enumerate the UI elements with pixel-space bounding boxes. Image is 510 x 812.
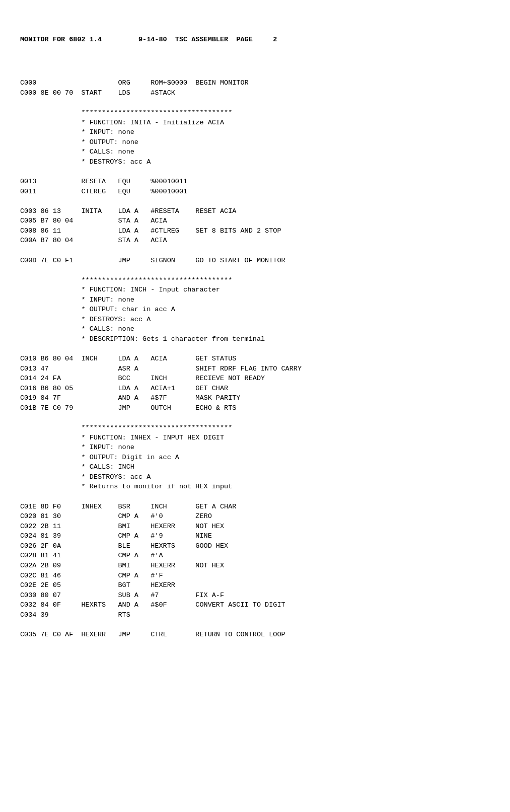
listing-line: * INPUT: none xyxy=(20,127,490,137)
listing-line: C028 81 41 CMP A #'A xyxy=(20,551,490,561)
listing-line: * DESCRIPTION: Gets 1 character from ter… xyxy=(20,334,490,344)
listing-line: C003 86 13 INITA LDA A #RESETA RESET ACI… xyxy=(20,206,490,216)
listing-line: * DESTROYS: acc A xyxy=(20,157,490,167)
listing-line: C022 2B 11 BMI HEXERR NOT HEX xyxy=(20,522,490,532)
listing-line: C02A 2B 09 BMI HEXERR NOT HEX xyxy=(20,561,490,571)
listing-line: C020 81 30 CMP A #'0 ZERO xyxy=(20,511,490,522)
listing-body: C000 ORG ROM+$0000 BEGIN MONITORC000 8E … xyxy=(20,68,490,640)
listing-line xyxy=(20,492,490,502)
listing-line: C00D 7E C0 F1 JMP SIGNON GO TO START OF … xyxy=(20,256,490,266)
listing-line: C032 84 0F HEXRTS AND A #$0F CONVERT ASC… xyxy=(20,600,490,610)
listing-line: C035 7E C0 AF HEXERR JMP CTRL RETURN TO … xyxy=(20,630,490,640)
listing-line xyxy=(20,344,490,354)
listing-line: C01E 8D F0 INHEX BSR INCH GET A CHAR xyxy=(20,502,490,512)
listing-line: 0013 RESETA EQU %00010011 xyxy=(20,177,490,187)
listing-line: C034 39 RTS xyxy=(20,610,490,620)
assembler-listing: MONITOR FOR 6802 1.4 9-14-80 TSC ASSEMBL… xyxy=(20,15,490,649)
listing-line: * DESTROYS: acc A xyxy=(20,315,490,325)
listing-line: * OUTPUT: none xyxy=(20,137,490,147)
listing-line: * FUNCTION: INITA - Initialize ACIA xyxy=(20,118,490,128)
listing-line xyxy=(20,68,490,79)
listing-line: C02C 81 46 CMP A #'F xyxy=(20,571,490,581)
listing-line: C026 2F 0A BLE HEXRTS GOOD HEX xyxy=(20,541,490,551)
listing-line: * CALLS: INCH xyxy=(20,462,490,472)
listing-line: * FUNCTION: INHEX - INPUT HEX DIGIT xyxy=(20,433,490,443)
listing-line: ************************************* xyxy=(20,108,490,118)
listing-line xyxy=(20,265,490,275)
listing-line xyxy=(20,246,490,256)
listing-line xyxy=(20,196,490,206)
listing-line: C005 B7 80 04 STA A ACIA xyxy=(20,216,490,226)
listing-line: * CALLS: none xyxy=(20,324,490,334)
listing-line xyxy=(20,413,490,423)
listing-line: C00A B7 80 04 STA A ACIA xyxy=(20,236,490,246)
listing-line: C030 80 07 SUB A #7 FIX A-F xyxy=(20,590,490,601)
listing-line: C008 86 11 LDA A #CTLREG SET 8 BITS AND … xyxy=(20,226,490,236)
listing-line: * DESTROYS: acc A xyxy=(20,472,490,482)
page-header: MONITOR FOR 6802 1.4 9-14-80 TSC ASSEMBL… xyxy=(20,35,490,45)
listing-line: * INPUT: none xyxy=(20,295,490,305)
listing-line: 0011 CTLREG EQU %00010001 xyxy=(20,187,490,197)
listing-line: C014 24 FA BCC INCH RECIEVE NOT READY xyxy=(20,374,490,384)
listing-line: C024 81 39 CMP A #'9 NINE xyxy=(20,531,490,541)
listing-line: C010 B6 80 04 INCH LDA A ACIA GET STATUS xyxy=(20,354,490,364)
listing-line: C01B 7E C0 79 JMP OUTCH ECHO & RTS xyxy=(20,403,490,413)
listing-line: * CALLS: none xyxy=(20,147,490,157)
listing-line: C019 84 7F AND A #$7F MASK PARITY xyxy=(20,393,490,403)
listing-line: C000 8E 00 70 START LDS #STACK xyxy=(20,88,490,98)
listing-line: * FUNCTION: INCH - Input character xyxy=(20,285,490,295)
listing-line: ************************************* xyxy=(20,423,490,433)
listing-line: C02E 2E 05 BGT HEXERR xyxy=(20,580,490,590)
listing-line: C000 ORG ROM+$0000 BEGIN MONITOR xyxy=(20,78,490,88)
listing-line: * Returns to monitor if not HEX input xyxy=(20,482,490,492)
listing-line: C013 47 ASR A SHIFT RDRF FLAG INTO CARRY xyxy=(20,364,490,374)
listing-line xyxy=(20,620,490,630)
listing-line: * INPUT: none xyxy=(20,442,490,453)
listing-line xyxy=(20,167,490,177)
listing-line: C016 B6 80 05 LDA A ACIA+1 GET CHAR xyxy=(20,384,490,394)
listing-line xyxy=(20,98,490,108)
listing-line: * OUTPUT: char in acc A xyxy=(20,305,490,315)
listing-line: * OUTPUT: Digit in acc A xyxy=(20,453,490,463)
listing-line: ************************************* xyxy=(20,275,490,285)
